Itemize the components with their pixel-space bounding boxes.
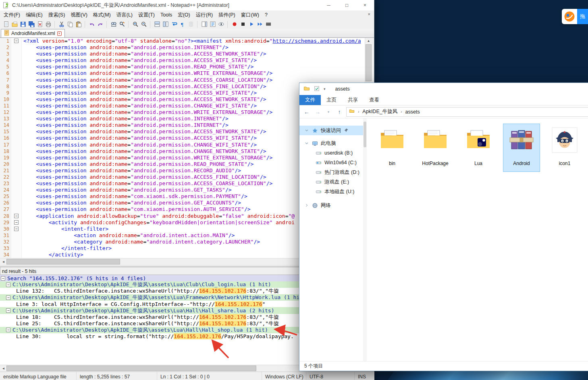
word-wrap-button[interactable] xyxy=(170,20,178,29)
menu-item-6[interactable]: 语言(L) xyxy=(114,10,135,20)
sidebar-item-6[interactable]: 游戏盘 (E:) xyxy=(299,177,363,187)
address-input[interactable]: ›ApkIDE_牛旋风›assets xyxy=(346,107,588,117)
menu-item-12[interactable]: 窗口(W) xyxy=(238,10,262,20)
fold-collapse-icon[interactable]: − xyxy=(6,308,10,313)
cut-button[interactable] xyxy=(57,20,66,29)
ribbon-tab-4[interactable]: 查看 xyxy=(364,95,385,105)
fold-collapse-icon[interactable]: − xyxy=(1,276,5,281)
editor-line-4: 4 <uses-permission android:name="android… xyxy=(0,57,365,64)
speedup-ball-icon[interactable] xyxy=(562,9,577,24)
line-number: 18 xyxy=(0,148,11,155)
function-list-button[interactable] xyxy=(208,20,217,29)
scrollbar-thumb[interactable] xyxy=(366,44,372,81)
replace-button[interactable] xyxy=(118,20,126,29)
menu-item-10[interactable]: 运行(R) xyxy=(193,10,216,20)
menubar-close-icon[interactable]: × xyxy=(368,12,370,17)
scrollbar-thumb[interactable] xyxy=(6,259,120,264)
print-button[interactable] xyxy=(44,20,52,29)
fold-collapse-icon[interactable]: − xyxy=(14,39,19,43)
menu-item-9[interactable]: 宏(O) xyxy=(175,10,193,20)
ribbon-tab-3[interactable]: 共享 xyxy=(342,95,364,105)
sidebar-scrollbar[interactable] xyxy=(363,118,367,361)
menu-item-13[interactable]: ? xyxy=(262,11,270,19)
close-file-button[interactable] xyxy=(35,20,44,29)
scroll-left-icon[interactable]: ◄ xyxy=(0,259,7,265)
zoom-in-button[interactable] xyxy=(131,20,139,29)
document-map-button[interactable] xyxy=(200,20,208,29)
fold-collapse-icon[interactable]: − xyxy=(6,283,10,287)
breadcrumb-segment[interactable]: ApkIDE_牛旋风 xyxy=(362,108,397,115)
menu-item-2[interactable]: 编辑(E) xyxy=(23,10,46,20)
sidebar-item-8[interactable]: 网络 xyxy=(299,200,363,210)
fold-collapse-icon[interactable]: − xyxy=(6,295,10,300)
macro-play-button[interactable] xyxy=(247,20,256,29)
code-text: <uses-permission android:name="android.p… xyxy=(22,161,253,167)
floating-widget[interactable]: 拖 xyxy=(562,9,588,24)
macro-record-button[interactable] xyxy=(230,20,239,29)
scroll-left-icon[interactable]: ◄ xyxy=(0,366,7,372)
macro-stop-button[interactable] xyxy=(239,20,247,29)
maximize-button[interactable]: □ xyxy=(338,0,356,10)
close-button[interactable]: × xyxy=(356,0,374,10)
forward-button[interactable]: → xyxy=(314,109,322,115)
indent-guide-button[interactable] xyxy=(187,20,195,29)
breadcrumb-segment[interactable]: assets xyxy=(405,109,420,115)
item-count: 5 个项目 xyxy=(304,363,323,370)
save-button[interactable] xyxy=(19,20,27,29)
file-item-icon1[interactable]: icon1 xyxy=(546,124,583,171)
recent-locations-button[interactable]: ▾ xyxy=(324,110,332,114)
fold-collapse-icon[interactable]: − xyxy=(14,220,19,225)
open-file-button[interactable] xyxy=(10,20,19,29)
quick-access-toolbar-dropdown-icon[interactable]: ▾ xyxy=(324,87,326,91)
save-all-button[interactable] xyxy=(27,20,35,29)
sidebar-item-1[interactable]: 快速访问 xyxy=(299,126,363,135)
up-button[interactable]: ↑ xyxy=(335,109,343,115)
minimize-button[interactable]: ─ xyxy=(320,0,338,10)
file-item-bin[interactable]: bin xyxy=(374,124,410,171)
line-number: 22 xyxy=(0,174,11,180)
redo-button[interactable] xyxy=(96,20,104,29)
sync-vertical-button[interactable] xyxy=(153,20,161,29)
fold-collapse-icon[interactable]: − xyxy=(14,227,19,231)
undo-button[interactable] xyxy=(87,20,96,29)
macro-save-button[interactable] xyxy=(264,20,272,29)
scrollbar-thumb[interactable] xyxy=(364,122,366,147)
menu-item-7[interactable]: 设置(T) xyxy=(135,10,158,20)
scroll-up-icon[interactable]: ▲ xyxy=(365,38,372,44)
sync-horizontal-button[interactable] xyxy=(161,20,170,29)
menu-item-4[interactable]: 视图(V) xyxy=(68,10,90,20)
file-item-hotpackage[interactable]: HotPackage xyxy=(417,124,453,171)
macro-run-button[interactable] xyxy=(256,20,264,29)
monitoring-button[interactable] xyxy=(217,20,225,29)
ribbon-tab-2[interactable]: 主页 xyxy=(321,95,342,105)
ribbon-tab-1[interactable]: 文件 xyxy=(299,95,321,105)
zoom-out-button[interactable] xyxy=(139,20,148,29)
find-button[interactable] xyxy=(109,20,118,29)
copy-button[interactable] xyxy=(66,20,74,29)
menu-item-3[interactable]: 搜索(S) xyxy=(46,10,68,20)
quick-access-toolbar-check-icon[interactable] xyxy=(314,86,320,93)
menu-item-5[interactable]: 格式(M) xyxy=(90,10,114,20)
drag-tab[interactable]: 拖 xyxy=(577,9,588,24)
menu-item-8[interactable]: Tools xyxy=(158,11,175,19)
back-button[interactable]: ← xyxy=(303,109,311,115)
menu-item-1[interactable]: 文件(F) xyxy=(1,10,23,20)
fold-collapse-icon[interactable]: − xyxy=(14,214,19,218)
sidebar-item-2[interactable]: 此电脑 xyxy=(299,138,363,148)
sidebar-item-5[interactable]: 热门游戏盘 (D:) xyxy=(299,167,363,177)
sidebar-item-7[interactable]: 本地磁盘 (U:) xyxy=(299,187,363,196)
file-item-lua[interactable]: Lua xyxy=(460,124,497,171)
code-text: <uses-permission android:name="android.p… xyxy=(22,83,266,90)
menu-item-11[interactable]: 插件(P) xyxy=(216,10,238,20)
file-item-android[interactable]: Android xyxy=(503,124,540,171)
tab-close-icon[interactable]: × xyxy=(57,31,62,36)
tab-androidmanifest[interactable]: AndroidManifest.xml × xyxy=(1,29,65,37)
sidebar-item-4[interactable]: Win10x64 (C:) xyxy=(299,158,363,167)
fold-collapse-icon[interactable]: − xyxy=(6,328,10,332)
show-all-characters-button[interactable]: ¶ xyxy=(178,20,187,29)
new-file-button[interactable] xyxy=(2,20,10,29)
paste-button[interactable] xyxy=(74,20,83,29)
scrollbar-thumb[interactable] xyxy=(6,366,256,371)
minifolder-icon xyxy=(349,108,355,114)
sidebar-item-3[interactable]: userdisk (B:) xyxy=(299,148,363,158)
